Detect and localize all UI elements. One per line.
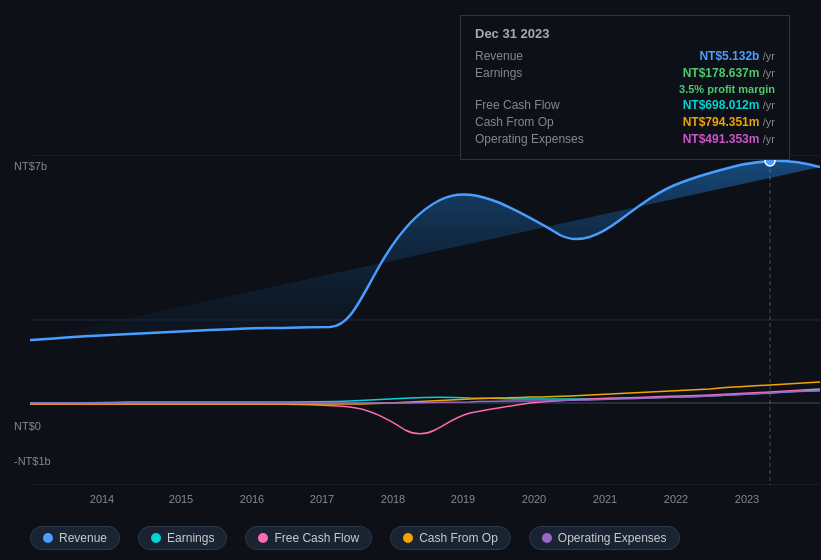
legend-item-fcf[interactable]: Free Cash Flow (245, 526, 372, 550)
legend-dot-earnings (151, 533, 161, 543)
chart-legend: Revenue Earnings Free Cash Flow Cash Fro… (30, 526, 680, 550)
tooltip-label-revenue: Revenue (475, 49, 605, 63)
legend-item-revenue[interactable]: Revenue (30, 526, 120, 550)
chart-area: Dec 31 2023 Revenue NT$5.132b /yr Earnin… (0, 0, 821, 560)
legend-item-cashfromop[interactable]: Cash From Op (390, 526, 511, 550)
tooltip-value-fcf: NT$698.012m /yr (683, 98, 775, 112)
x-label-2019: 2019 (451, 493, 475, 505)
x-label-2023: 2023 (735, 493, 759, 505)
tooltip-value-margin: 3.5% profit margin (679, 83, 775, 95)
tooltip-label-earnings: Earnings (475, 66, 605, 80)
tooltip-row-fcf: Free Cash Flow NT$698.012m /yr (475, 98, 775, 112)
legend-dot-opex (542, 533, 552, 543)
legend-item-earnings[interactable]: Earnings (138, 526, 227, 550)
x-label-2018: 2018 (381, 493, 405, 505)
legend-label-cashfromop: Cash From Op (419, 531, 498, 545)
legend-item-opex[interactable]: Operating Expenses (529, 526, 680, 550)
legend-dot-cashfromop (403, 533, 413, 543)
legend-dot-revenue (43, 533, 53, 543)
tooltip-value-revenue: NT$5.132b /yr (699, 49, 775, 63)
x-label-2022: 2022 (664, 493, 688, 505)
tooltip-row-revenue: Revenue NT$5.132b /yr (475, 49, 775, 63)
tooltip-value-opex: NT$491.353m /yr (683, 132, 775, 146)
x-label-2020: 2020 (522, 493, 546, 505)
legend-label-earnings: Earnings (167, 531, 214, 545)
tooltip-row-earnings-sub: 3.5% profit margin (475, 83, 775, 95)
x-label-2021: 2021 (593, 493, 617, 505)
tooltip-date: Dec 31 2023 (475, 26, 775, 41)
legend-dot-fcf (258, 533, 268, 543)
x-label-2014: 2014 (90, 493, 114, 505)
x-label-2017: 2017 (310, 493, 334, 505)
tooltip-value-earnings: NT$178.637m /yr (683, 66, 775, 80)
tooltip-label-opex: Operating Expenses (475, 132, 605, 146)
chart-svg (30, 155, 820, 485)
tooltip-label-cashfromop: Cash From Op (475, 115, 605, 129)
tooltip-row-cashfromop: Cash From Op NT$794.351m /yr (475, 115, 775, 129)
tooltip-box: Dec 31 2023 Revenue NT$5.132b /yr Earnin… (460, 15, 790, 160)
x-label-2015: 2015 (169, 493, 193, 505)
tooltip-label-fcf: Free Cash Flow (475, 98, 605, 112)
tooltip-row-opex: Operating Expenses NT$491.353m /yr (475, 132, 775, 146)
legend-label-fcf: Free Cash Flow (274, 531, 359, 545)
x-label-2016: 2016 (240, 493, 264, 505)
legend-label-revenue: Revenue (59, 531, 107, 545)
tooltip-value-cashfromop: NT$794.351m /yr (683, 115, 775, 129)
tooltip-row-earnings: Earnings NT$178.637m /yr (475, 66, 775, 80)
legend-label-opex: Operating Expenses (558, 531, 667, 545)
